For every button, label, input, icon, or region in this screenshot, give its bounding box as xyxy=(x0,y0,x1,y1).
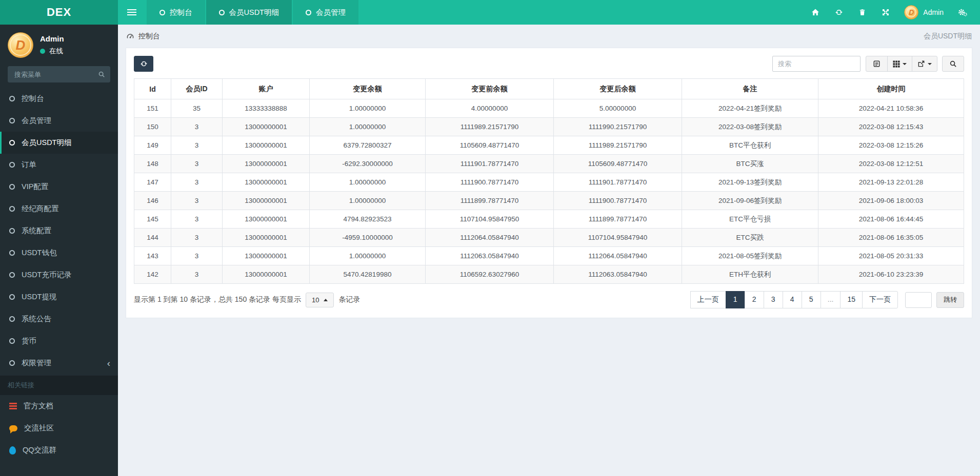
nav-tab[interactable]: 控制台 xyxy=(147,0,205,25)
sidebar-menu-item[interactable]: 订单 ‹ xyxy=(0,154,118,176)
cell-change-amount: 1.00000000 xyxy=(310,173,426,192)
cell-remark: 2021-09-06签到奖励 xyxy=(682,192,818,210)
sidebar-menu-item[interactable]: 会员USDT明细 ‹ xyxy=(0,132,118,154)
search-button[interactable] xyxy=(942,56,964,72)
page-button-label: 上一页 xyxy=(697,295,719,303)
cell-member-id: 3 xyxy=(171,210,223,229)
cell-remark: BTC买涨 xyxy=(682,155,818,173)
refresh-table-button[interactable] xyxy=(134,56,153,72)
page-button[interactable]: 15 xyxy=(840,291,863,308)
sidebar-link-docs[interactable]: 官方文档 xyxy=(0,395,118,417)
trash-button[interactable] xyxy=(851,0,874,25)
sidebar-menu-label: 订单 xyxy=(22,160,36,170)
cell-member-id: 3 xyxy=(171,173,223,192)
sidebar-toggle-button[interactable] xyxy=(118,0,146,25)
page-size-value: 10 xyxy=(312,296,319,304)
page-button-label: 3 xyxy=(771,295,775,303)
cell-created-at: 2021-06-10 23:23:39 xyxy=(818,265,964,284)
sidebar-menu-item[interactable]: 系统公告 ‹ xyxy=(0,308,118,330)
cell-change-amount: 1.00000000 xyxy=(310,99,426,118)
breadcrumb[interactable]: 控制台 xyxy=(126,32,160,41)
cell-change-amount: 1.00000000 xyxy=(310,192,426,210)
page-button[interactable]: 3 xyxy=(764,291,783,308)
circle-icon xyxy=(9,140,15,146)
cell-balance-before: 4.00000000 xyxy=(426,99,554,118)
cell-member-id: 3 xyxy=(171,155,223,173)
page-size-select[interactable]: 10 xyxy=(306,293,334,307)
cell-member-id: 3 xyxy=(171,118,223,136)
caret-down-icon xyxy=(928,63,932,65)
cell-account: 13000000001 xyxy=(223,173,310,192)
expand-icon xyxy=(882,8,890,16)
chevron-left-icon: ‹ xyxy=(107,358,110,368)
jump-page-input[interactable] xyxy=(905,292,932,308)
sidebar-menu-item[interactable]: 权限管理 ‹ xyxy=(0,352,118,374)
column-header: 变更前余额 xyxy=(426,79,554,99)
cell-created-at: 2022-03-08 12:15:26 xyxy=(818,136,964,155)
sidebar-menu-item[interactable]: 系统配置 ‹ xyxy=(0,220,118,242)
table-row: 146 3 13000000001 1.00000000 1111899.787… xyxy=(134,192,964,210)
cell-member-id: 3 xyxy=(171,229,223,247)
sidebar-menu-item[interactable]: USDT提现 ‹ xyxy=(0,286,118,308)
cell-id: 150 xyxy=(134,118,171,136)
home-button[interactable] xyxy=(804,0,827,25)
sidebar-menu-label: USDT充币记录 xyxy=(22,270,71,280)
user-menu[interactable]: D Admin xyxy=(897,0,950,25)
page-button[interactable]: 1 xyxy=(726,291,745,308)
page-button[interactable]: 2 xyxy=(745,291,764,308)
page-button-label: 15 xyxy=(847,295,855,303)
table-row: 145 3 13000000001 4794.82923523 1107104.… xyxy=(134,210,964,229)
detail-view-icon xyxy=(873,60,881,68)
table-row: 147 3 13000000001 1.00000000 1111900.787… xyxy=(134,173,964,192)
user-menu-name: Admin xyxy=(923,8,944,16)
sidebar-section-header: 相关链接 xyxy=(0,376,118,395)
cell-balance-before: 1112064.05847940 xyxy=(426,229,554,247)
page-button[interactable]: 5 xyxy=(802,291,821,308)
sidebar-menu-label: 会员USDT明细 xyxy=(22,138,71,148)
sidebar-search-input[interactable] xyxy=(8,66,110,82)
nav-tab[interactable]: 会员USDT明细 xyxy=(206,0,292,25)
page-button[interactable]: 4 xyxy=(783,291,802,308)
cell-balance-after: 1111901.78771470 xyxy=(554,173,682,192)
settings-button[interactable] xyxy=(950,0,975,25)
detail-view-button[interactable] xyxy=(866,56,888,72)
sidebar-menu-item[interactable]: 会员管理 ‹ xyxy=(0,110,118,132)
refresh-button-nav[interactable] xyxy=(827,0,851,25)
cell-balance-before: 1111899.78771470 xyxy=(426,192,554,210)
cell-change-amount: -6292.30000000 xyxy=(310,155,426,173)
sidebar-menu-item[interactable]: 经纪商配置 ‹ xyxy=(0,198,118,220)
brand-logo[interactable]: DEX xyxy=(0,0,118,25)
jump-button[interactable]: 跳转 xyxy=(936,292,964,308)
export-button[interactable] xyxy=(912,56,937,72)
cell-account: 13000000001 xyxy=(223,229,310,247)
sidebar-menu-label: USDT钱包 xyxy=(22,248,56,258)
sidebar-menu-label: USDT提现 xyxy=(22,292,56,302)
sidebar-link-community[interactable]: 交流社区 xyxy=(0,417,118,439)
cell-balance-after: 5.00000000 xyxy=(554,99,682,118)
cell-change-amount: -4959.10000000 xyxy=(310,229,426,247)
nav-tab[interactable]: 会员管理 xyxy=(293,0,358,25)
cell-balance-before: 1111989.21571790 xyxy=(426,118,554,136)
avatar: D xyxy=(904,5,918,19)
circle-icon xyxy=(9,338,15,344)
table-search-input[interactable] xyxy=(772,56,861,72)
sidebar-link-qq-group[interactable]: QQ交流群 xyxy=(0,439,118,461)
sidebar-menu-item[interactable]: 控制台 ‹ xyxy=(0,88,118,110)
page-button[interactable]: ... xyxy=(821,291,841,308)
cell-balance-after: 1111900.78771470 xyxy=(554,192,682,210)
sidebar-menu-item[interactable]: USDT充币记录 ‹ xyxy=(0,264,118,286)
circle-icon xyxy=(219,10,225,15)
sidebar-menu-item[interactable]: 货币 ‹ xyxy=(0,330,118,352)
sidebar-menu-item[interactable]: VIP配置 ‹ xyxy=(0,176,118,198)
page-button[interactable]: 上一页 xyxy=(690,291,726,308)
circle-icon xyxy=(306,10,311,15)
cell-balance-before: 1107104.95847950 xyxy=(426,210,554,229)
breadcrumb-home-label: 控制台 xyxy=(138,32,160,41)
sidebar-menu-item[interactable]: USDT钱包 ‹ xyxy=(0,242,118,264)
page-button[interactable]: 下一页 xyxy=(862,291,898,308)
fullscreen-button[interactable] xyxy=(874,0,897,25)
pagination-summary-suffix: 条记录 xyxy=(338,295,360,304)
columns-button[interactable] xyxy=(887,56,912,72)
cell-member-id: 3 xyxy=(171,136,223,155)
cell-remark: BTC平仓获利 xyxy=(682,136,818,155)
